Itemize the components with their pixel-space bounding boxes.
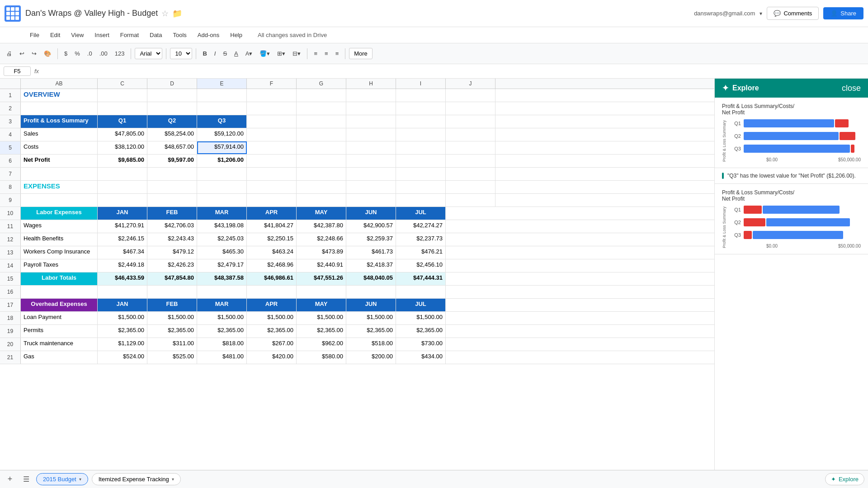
cell-h1[interactable] xyxy=(346,89,396,102)
cell-lt-feb[interactable]: $47,854.80 xyxy=(147,272,197,285)
menu-format[interactable]: Format xyxy=(116,30,143,40)
cell-workerscomp-label[interactable]: Workers Comp Insurance xyxy=(21,246,98,259)
print-button[interactable]: 🖨 xyxy=(4,48,15,59)
col-e[interactable]: E xyxy=(197,79,247,89)
cell-pt-feb[interactable]: $2,426.23 xyxy=(147,259,197,272)
font-select[interactable]: Arial xyxy=(135,48,162,59)
cell-f1[interactable] xyxy=(247,89,297,102)
cell-health-label[interactable]: Health Benefits xyxy=(21,233,98,246)
cell-health-jun[interactable]: $2,259.37 xyxy=(346,233,396,246)
cell-g1[interactable] xyxy=(297,89,346,102)
currency-button[interactable]: $ xyxy=(61,48,70,59)
cell-h3[interactable] xyxy=(346,115,396,128)
cell-i16[interactable] xyxy=(396,286,446,298)
cell-gas-label[interactable]: Gas xyxy=(21,351,98,364)
cell-pt-mar[interactable]: $2,479.17 xyxy=(197,259,247,272)
cell-jan-header[interactable]: JAN xyxy=(98,207,147,220)
cell-lt-jun[interactable]: $48,040.05 xyxy=(346,272,396,285)
cell-wc-jul[interactable]: $476.21 xyxy=(396,246,446,259)
cell-gas-may[interactable]: $580.00 xyxy=(297,351,346,364)
cell-d6[interactable]: $9,597.00 xyxy=(147,155,197,167)
cell-labor-expenses-label[interactable]: Labor Expenses xyxy=(21,207,98,220)
cell-truck-jan[interactable]: $1,129.00 xyxy=(98,338,147,351)
more-button[interactable]: More xyxy=(349,48,373,59)
menu-tools[interactable]: Tools xyxy=(168,30,191,40)
fill-color-button[interactable]: 🪣▾ xyxy=(257,48,273,59)
cell-ov-apr-header[interactable]: APR xyxy=(247,299,297,311)
col-ab[interactable]: AB xyxy=(21,79,98,89)
cell-feb-header[interactable]: FEB xyxy=(147,207,197,220)
cell-lt-apr[interactable]: $46,986.61 xyxy=(247,272,297,285)
cell-i7[interactable] xyxy=(396,168,446,180)
align-left[interactable]: ≡ xyxy=(311,48,320,59)
menu-data[interactable]: Data xyxy=(145,30,166,40)
cell-i9[interactable] xyxy=(396,194,446,206)
cell-i8[interactable] xyxy=(396,181,446,193)
cell-j7[interactable] xyxy=(446,168,495,180)
format-paint-button[interactable]: 🎨 xyxy=(41,48,54,59)
cell-wc-jun[interactable]: $461.73 xyxy=(346,246,396,259)
cell-permits-mar[interactable]: $2,365.00 xyxy=(197,325,247,338)
document-title[interactable]: Dan's Wraps @ Valley High - Budget xyxy=(25,9,158,18)
cell-wages-may[interactable]: $42,387.80 xyxy=(297,220,346,233)
cell-gas-jul[interactable]: $434.00 xyxy=(396,351,446,364)
cell-truck-jun[interactable]: $518.00 xyxy=(346,338,396,351)
cell-g3[interactable] xyxy=(297,115,346,128)
cell-h2[interactable] xyxy=(346,102,396,115)
cell-lt-jan[interactable]: $46,433.59 xyxy=(98,272,147,285)
col-f[interactable]: F xyxy=(247,79,297,89)
share-button[interactable]: 👤 Share xyxy=(823,7,863,19)
col-j[interactable]: J xyxy=(446,79,495,89)
cell-g7[interactable] xyxy=(297,168,346,180)
cell-j9[interactable] xyxy=(446,194,495,206)
cell-wc-may[interactable]: $473.89 xyxy=(297,246,346,259)
cell-may-header[interactable]: MAY xyxy=(297,207,346,220)
cell-f3[interactable] xyxy=(247,115,297,128)
cell-wc-apr[interactable]: $463.24 xyxy=(247,246,297,259)
cell-ab5[interactable]: Costs xyxy=(21,141,98,154)
cell-mar-header[interactable]: MAR xyxy=(197,207,247,220)
percent-button[interactable]: % xyxy=(72,48,83,59)
comments-button[interactable]: 💬 Comments xyxy=(767,7,819,20)
cell-i4[interactable] xyxy=(396,128,446,141)
cell-h4[interactable] xyxy=(346,128,396,141)
cell-wages-label[interactable]: Wages xyxy=(21,220,98,233)
tab2-dropdown-icon[interactable]: ▾ xyxy=(172,477,174,482)
cell-gas-jan[interactable]: $524.00 xyxy=(98,351,147,364)
cell-ov-mar-header[interactable]: MAR xyxy=(197,299,247,311)
cell-e7[interactable] xyxy=(197,168,247,180)
cell-ab4[interactable]: Sales xyxy=(21,128,98,141)
cell-d16[interactable] xyxy=(147,286,197,298)
cell-e4[interactable]: $59,120.00 xyxy=(197,128,247,141)
cell-d2[interactable] xyxy=(147,102,197,115)
cell-i6[interactable] xyxy=(396,155,446,167)
cell-g6[interactable] xyxy=(297,155,346,167)
cell-f5[interactable] xyxy=(247,141,297,154)
cell-jul-header[interactable]: JUL xyxy=(396,207,446,220)
cell-d5[interactable]: $48,657.00 xyxy=(147,141,197,154)
format123-button[interactable]: 123 xyxy=(112,48,127,59)
cell-j5[interactable] xyxy=(446,141,495,154)
cell-d7[interactable] xyxy=(147,168,197,180)
cell-ab3[interactable]: Profit & Loss Summary xyxy=(21,115,98,128)
cell-j1[interactable] xyxy=(446,89,495,102)
menu-edit[interactable]: Edit xyxy=(46,30,65,40)
menu-help[interactable]: Help xyxy=(226,30,247,40)
cell-d4[interactable]: $58,254.00 xyxy=(147,128,197,141)
cell-truck-jul[interactable]: $730.00 xyxy=(396,338,446,351)
align-center[interactable]: ≡ xyxy=(322,48,331,59)
cell-f8[interactable] xyxy=(247,181,297,193)
cell-wc-jan[interactable]: $467.34 xyxy=(98,246,147,259)
folder-icon[interactable]: 📁 xyxy=(172,9,182,19)
cell-payroll-label[interactable]: Payroll Taxes xyxy=(21,259,98,272)
cell-ab7[interactable] xyxy=(21,168,98,180)
cell-f16[interactable] xyxy=(247,286,297,298)
cell-j8[interactable] xyxy=(446,181,495,193)
cell-permits-may[interactable]: $2,365.00 xyxy=(297,325,346,338)
cell-reference[interactable] xyxy=(4,66,31,76)
cell-c6[interactable]: $9,685.00 xyxy=(98,155,147,167)
cell-ov-may-header[interactable]: MAY xyxy=(297,299,346,311)
cell-e3[interactable]: Q3 xyxy=(197,115,247,128)
cell-pt-may[interactable]: $2,440.91 xyxy=(297,259,346,272)
cell-c16[interactable] xyxy=(98,286,147,298)
